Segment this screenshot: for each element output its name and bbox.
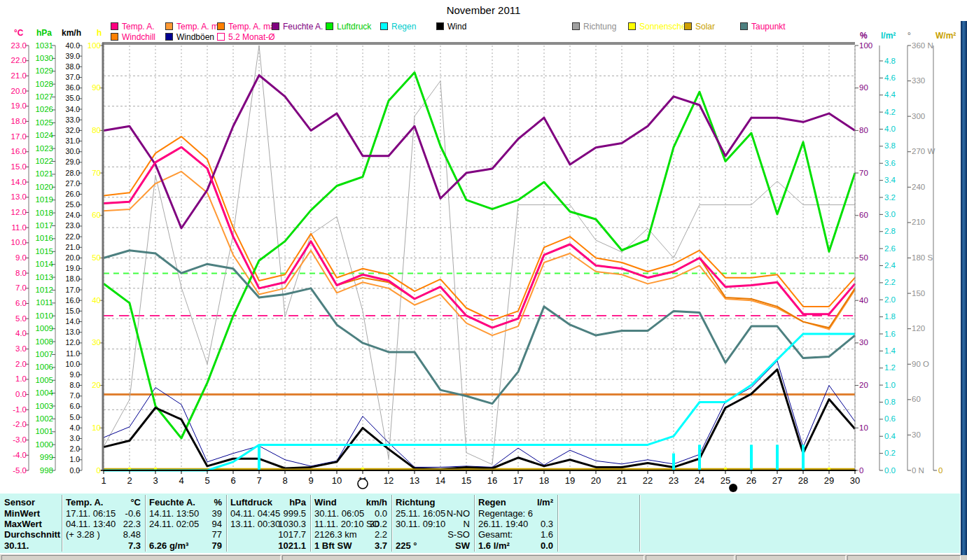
tick-label-celsius: 6.0 bbox=[15, 299, 27, 307]
tick-label-hpa: 999 bbox=[40, 453, 53, 461]
tick-label-pct: 40 bbox=[859, 296, 868, 304]
tick-label-kmh: 11.0 bbox=[66, 349, 80, 358]
table-cell: 225 ° bbox=[396, 540, 417, 551]
x-day-label: 8 bbox=[282, 475, 287, 486]
table-cell: 2126.3 km bbox=[314, 529, 357, 540]
x-day-label: 22 bbox=[643, 475, 653, 486]
x-day-label: 24 bbox=[695, 475, 704, 486]
tick-label-hpa: 1001 bbox=[35, 427, 53, 435]
table-cell: 1.6 l/m² bbox=[478, 540, 510, 551]
tick-label-deg: 150 bbox=[912, 289, 925, 298]
tick-label-hpa: 1012 bbox=[35, 286, 53, 294]
table-cell: Regen bbox=[478, 497, 506, 507]
series-regen-tag-bar bbox=[750, 444, 753, 470]
tick-label-kmh: 13.0 bbox=[66, 328, 81, 336]
x-day-label: 3 bbox=[153, 475, 158, 486]
series-temp-a-min-line bbox=[104, 172, 855, 335]
series-temp-a-max-line bbox=[104, 136, 855, 320]
tick-label-kmh: 28.0 bbox=[66, 169, 81, 177]
x-day-label: 21 bbox=[617, 475, 627, 486]
tick-label-pct: 80 bbox=[859, 126, 868, 134]
series-wind-line bbox=[104, 370, 855, 470]
table-cell: Sensor bbox=[4, 497, 35, 507]
tick-label-lm2: 3.2 bbox=[884, 193, 896, 202]
tick-label-hpa: 1028 bbox=[35, 80, 53, 88]
tick-label-celsius: 19.0 bbox=[11, 102, 27, 110]
tick-label-celsius: 16.0 bbox=[11, 147, 27, 155]
table-cell: N-NO bbox=[447, 508, 470, 519]
tick-label-pct: 30 bbox=[859, 338, 868, 346]
tick-label-kmh: 34.0 bbox=[66, 105, 81, 113]
tick-label-hours: 70 bbox=[92, 169, 101, 177]
tick-label-hpa: 1025 bbox=[35, 118, 53, 127]
table-column-divider bbox=[474, 495, 475, 552]
table-cell: Gesamt: bbox=[478, 529, 513, 540]
tick-label-deg: 120 bbox=[912, 324, 925, 332]
table-cell: MinWert bbox=[4, 508, 40, 519]
tick-label-kmh: 36.0 bbox=[66, 83, 81, 92]
x-day-label: 14 bbox=[436, 475, 445, 486]
table-cell: 6.26 g/m³ bbox=[149, 540, 188, 551]
series-windboeen-line bbox=[104, 361, 855, 468]
tick-label-hpa: 1013 bbox=[35, 273, 53, 281]
tick-label-hpa: 1030 bbox=[35, 54, 53, 62]
table-cell: 30.11. 09:10 bbox=[396, 519, 445, 529]
x-day-label: 2 bbox=[127, 475, 132, 486]
x-day-label: 27 bbox=[772, 475, 782, 486]
table-cell: l/m² bbox=[537, 497, 553, 507]
tick-label-kmh: 31.0 bbox=[66, 136, 81, 145]
tick-label-kmh: 1.0 bbox=[69, 455, 80, 463]
tick-label-lm2: 1.6 bbox=[884, 330, 896, 338]
tick-label-hpa: 1024 bbox=[35, 131, 53, 139]
tick-label-lm2: 0.6 bbox=[884, 414, 896, 423]
tick-label-lm2: 2.4 bbox=[884, 261, 896, 270]
table-cell: 14.11. 13:50 bbox=[149, 508, 199, 519]
tick-label-celsius: -1.0 bbox=[13, 405, 27, 414]
tick-label-deg: 0 N bbox=[912, 466, 924, 475]
tick-label-kmh: 5.0 bbox=[69, 413, 80, 421]
tick-label-hpa: 998 bbox=[40, 466, 53, 475]
tick-label-kmh: 12.0 bbox=[66, 338, 81, 346]
table-cell: hPa bbox=[289, 497, 306, 507]
table-cell: 39 bbox=[212, 508, 222, 519]
tick-label-kmh: 0.0 bbox=[69, 466, 80, 475]
tick-label-hpa: 1026 bbox=[35, 105, 53, 113]
table-cell: -0.6 bbox=[125, 508, 141, 519]
tick-label-deg: 180 S bbox=[912, 253, 933, 262]
tick-label-hours: 90 bbox=[92, 83, 101, 92]
table-cell: Durchschnitt bbox=[4, 529, 60, 540]
tick-label-deg: 270 W bbox=[912, 147, 935, 155]
tick-label-kmh: 20.0 bbox=[66, 253, 81, 262]
tick-label-celsius: 0.0 bbox=[15, 390, 27, 398]
x-day-label: 12 bbox=[384, 475, 394, 486]
tick-label-celsius: 2.0 bbox=[15, 360, 27, 368]
series-regen-tag-bar bbox=[258, 444, 260, 470]
tick-label-hpa: 1006 bbox=[35, 363, 53, 371]
weather-app-window: November 2011 Temp. A.Temp. A. minTemp. … bbox=[0, 0, 967, 560]
table-cell: Regentage: 6 bbox=[478, 508, 533, 519]
tick-label-kmh: 9.0 bbox=[69, 370, 80, 379]
tick-label-kmh: 25.0 bbox=[66, 200, 81, 209]
series-richtung-line bbox=[104, 46, 855, 465]
tick-label-celsius: -2.0 bbox=[13, 420, 27, 428]
tick-label-pct: 20 bbox=[859, 381, 868, 389]
x-day-label: 18 bbox=[539, 475, 549, 486]
tick-label-pct: 0 bbox=[859, 466, 863, 475]
table-cell: 26.11. 19:40 bbox=[478, 519, 528, 529]
statistics-table: SensorMinWertMaxWertDurchschnitt30.11.Te… bbox=[0, 493, 960, 553]
tick-label-lm2: 0.4 bbox=[884, 432, 896, 440]
tick-label-hpa: 1021 bbox=[35, 169, 53, 178]
tick-label-kmh: 29.0 bbox=[66, 158, 81, 166]
table-column-divider bbox=[62, 495, 63, 552]
table-cell: (+ 3.28 ) bbox=[66, 529, 100, 540]
tick-label-celsius: 4.0 bbox=[15, 329, 27, 337]
desktop-background-strip bbox=[961, 21, 967, 555]
table-cell: 0.0 bbox=[375, 508, 387, 519]
tick-label-lm2: 1.8 bbox=[884, 312, 896, 321]
tick-label-kmh: 16.0 bbox=[66, 296, 81, 304]
tick-label-kmh: 35.0 bbox=[66, 94, 81, 102]
table-column-divider bbox=[391, 495, 393, 552]
tick-label-hpa: 1002 bbox=[35, 414, 53, 423]
table-cell: 0.3 bbox=[541, 519, 553, 529]
tick-label-lm2: 4.2 bbox=[884, 108, 896, 116]
